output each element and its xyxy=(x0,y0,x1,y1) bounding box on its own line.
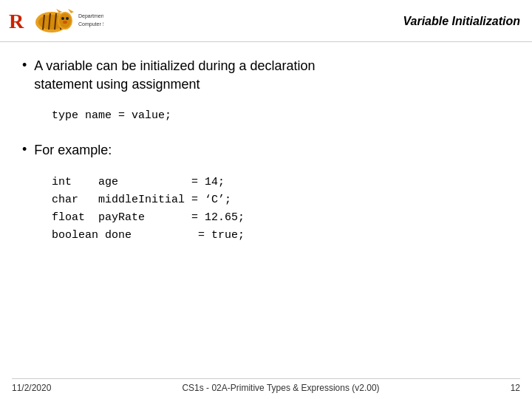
svg-point-10 xyxy=(66,17,69,20)
code-col2-2: middleInitial xyxy=(98,191,191,209)
bullet-symbol-2: • xyxy=(22,142,27,157)
bullet-symbol-1: • xyxy=(22,58,27,73)
code-block-2: int age = 14; char middleInitial = ‘C’; … xyxy=(52,174,510,245)
bullet-2: • For example: xyxy=(22,141,510,160)
svg-text:R: R xyxy=(9,10,24,33)
code-col3-2: = ‘C’; xyxy=(191,191,231,209)
bullet-2-text: For example: xyxy=(34,141,112,160)
svg-marker-13 xyxy=(68,9,74,13)
code-line-2: int age = 14; xyxy=(52,174,510,191)
code-col1-2: char xyxy=(52,191,98,209)
code-text-1: type name = value; xyxy=(52,107,171,125)
footer-page: 12 xyxy=(511,383,520,393)
code-col2-1: age xyxy=(98,174,191,191)
code-col1-1: int xyxy=(52,174,98,191)
code-col3-4: = true; xyxy=(198,227,245,245)
logo-area: R Department xyxy=(7,6,103,37)
code-line-4: float payRate = 12.65; xyxy=(52,209,510,227)
code-col1-4: boolean xyxy=(52,227,105,245)
svg-point-11 xyxy=(63,21,67,24)
footer-date: 11/2/2020 xyxy=(12,383,51,393)
slide-header: R Department xyxy=(0,0,532,42)
bullet-1-text: A variable can be initialized during a d… xyxy=(34,57,315,94)
code-line-3: char middleInitial = ‘C’; xyxy=(52,191,510,209)
code-line-5: boolean done = true; xyxy=(52,227,510,245)
logo-icon: R Department xyxy=(7,6,103,37)
code-col1-3: float xyxy=(52,209,98,227)
slide-title: Variable Initialization xyxy=(403,15,520,28)
svg-point-9 xyxy=(61,17,64,20)
footer-course: CS1s - 02A-Primitive Types & Expressions… xyxy=(182,383,379,393)
code-col3-3: = 12.65; xyxy=(191,209,245,227)
code-col2-4: done xyxy=(105,227,198,245)
slide-page: R Department xyxy=(0,0,532,399)
svg-text:Department of: Department of xyxy=(78,13,103,19)
svg-text:Computer Science: Computer Science xyxy=(78,21,103,27)
code-line-1: type name = value; xyxy=(52,107,510,125)
code-block-1: type name = value; xyxy=(52,107,510,125)
slide-content: • A variable can be initialized during a… xyxy=(0,42,532,268)
code-col3-1: = 14; xyxy=(191,174,225,191)
slide-footer: 11/2/2020 CS1s - 02A-Primitive Types & E… xyxy=(12,378,520,393)
bullet-1: • A variable can be initialized during a… xyxy=(22,57,510,94)
code-col2-3: payRate xyxy=(98,209,191,227)
